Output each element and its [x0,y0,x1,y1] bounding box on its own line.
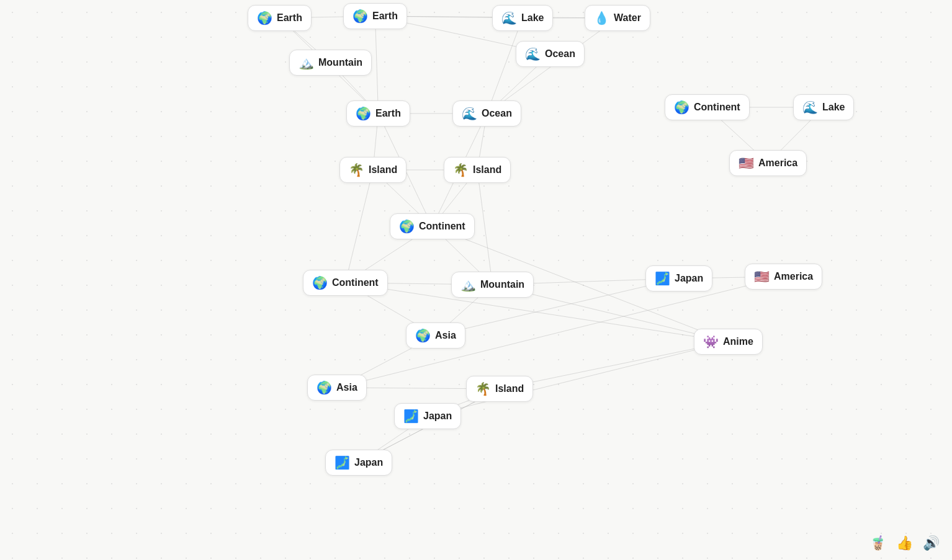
element-card[interactable]: 🇺🇸America [745,264,822,290]
card-emoji: 🏔️ [299,55,314,70]
card-emoji: 🌍 [312,275,328,290]
like-icon[interactable]: 👍 [896,535,913,551]
card-label: Anime [723,336,753,347]
card-label: Water [614,12,641,24]
card-label: Island [495,383,524,394]
card-label: Japan [354,457,383,468]
element-card[interactable]: 🗾Japan [325,450,392,476]
element-card[interactable]: 🌍Continent [303,270,388,296]
element-card[interactable]: 🌴Island [444,157,511,183]
card-label: Earth [375,108,401,119]
element-card[interactable]: 🗾Japan [394,403,461,429]
element-card[interactable]: 🏔️Mountain [289,50,372,76]
card-emoji: 🗾 [403,409,419,424]
card-label: Lake [822,102,845,113]
card-label: America [758,158,797,169]
card-emoji: 🌴 [349,162,364,177]
card-label: Mountain [480,279,524,290]
element-card[interactable]: 🌊Lake [492,5,553,31]
element-card[interactable]: 🌴Island [339,157,406,183]
element-card[interactable]: 🏔️Mountain [451,272,534,298]
card-emoji: 🌍 [674,100,689,115]
card-label: Ocean [545,48,575,60]
card-label: Continent [332,277,379,288]
element-card[interactable]: 🌴Island [466,376,533,402]
element-card[interactable]: 👾Anime [694,329,763,355]
card-emoji: 🌊 [462,106,477,121]
element-card[interactable]: 🌍Earth [343,3,407,29]
element-card[interactable]: 🌊Ocean [452,100,521,127]
element-card[interactable]: 🌍Earth [248,5,312,31]
footer-icons: 🧋 👍 🔊 [869,535,940,551]
card-emoji: 🏔️ [460,277,476,292]
card-emoji: 🌍 [317,380,332,395]
card-label: Island [473,164,501,176]
card-label: Island [369,164,397,176]
card-label: Japan [423,411,452,422]
element-card[interactable]: 🗾Japan [645,265,712,291]
card-emoji: 🌍 [356,106,371,121]
cup-icon[interactable]: 🧋 [869,535,886,551]
card-emoji: 🌴 [453,162,469,177]
card-label: America [774,271,813,282]
card-emoji: 🌴 [475,381,491,396]
element-card[interactable]: 🇺🇸America [729,150,807,176]
card-emoji: 🌍 [353,9,368,24]
element-card[interactable]: 🌍Earth [346,100,410,127]
card-emoji: 🗾 [655,271,670,286]
card-label: Mountain [318,57,362,68]
card-emoji: 🌍 [415,328,431,343]
card-label: Lake [521,12,544,24]
card-emoji: 🌊 [525,47,541,61]
element-card[interactable]: 🌊Lake [793,94,854,120]
card-label: Continent [419,221,465,232]
card-label: Japan [675,273,703,284]
card-emoji: 💧 [594,11,609,25]
element-card[interactable]: 🌍Asia [406,322,465,349]
volume-icon[interactable]: 🔊 [923,535,940,551]
card-emoji: 👾 [703,334,719,349]
card-label: Earth [277,12,302,24]
card-emoji: 🌍 [399,219,415,234]
card-emoji: 🇺🇸 [754,269,770,284]
element-card[interactable]: 🌍Continent [390,213,475,239]
card-emoji: 🌊 [501,11,517,25]
card-label: Asia [435,330,456,341]
card-label: Earth [372,11,398,22]
card-label: Asia [336,382,357,393]
card-label: Ocean [482,108,512,119]
element-card[interactable]: 🌍Asia [307,375,367,401]
card-emoji: 🇺🇸 [739,156,754,171]
element-card[interactable]: 🌊Ocean [516,41,585,67]
element-card[interactable]: 🌍Continent [665,94,750,120]
element-card[interactable]: 💧Water [585,5,650,31]
card-emoji: 🌊 [802,100,818,115]
card-label: Continent [694,102,740,113]
card-emoji: 🌍 [257,11,272,25]
card-emoji: 🗾 [335,455,350,470]
